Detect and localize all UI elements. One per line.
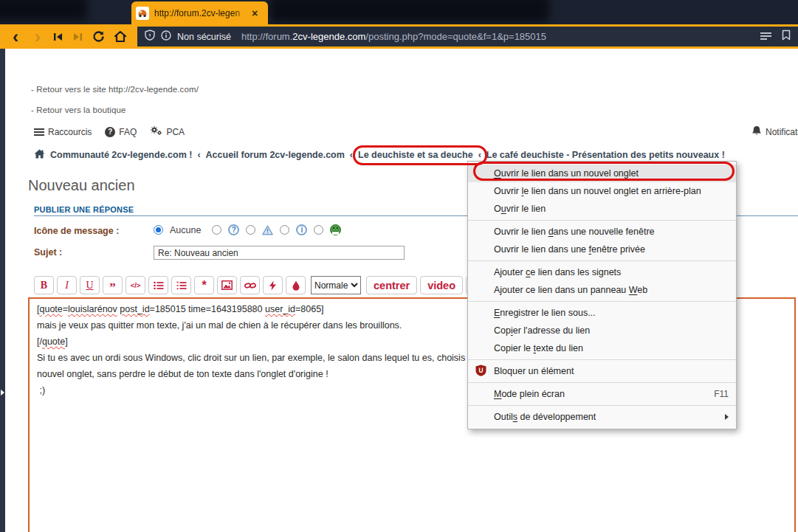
navigation-toolbar: ‹ › Non sécurisé http://forum.2cv-legend… bbox=[0, 24, 798, 49]
video-button[interactable]: video bbox=[420, 276, 463, 294]
menu-item-save-link-as[interactable]: Enregistrer le lien sous... bbox=[468, 304, 736, 322]
browser-window: http://forum.2cv-legen × ‹ › Non sécuris… bbox=[0, 0, 798, 532]
underline-button[interactable]: U bbox=[80, 276, 100, 294]
bold-button[interactable]: B bbox=[34, 276, 54, 294]
breadcrumb-separator: ‹ bbox=[350, 150, 353, 160]
breadcrumb-topic[interactable]: Le café deuchiste - Présentation des pet… bbox=[486, 150, 725, 160]
bell-icon bbox=[751, 125, 762, 139]
ordered-list-button[interactable] bbox=[171, 276, 191, 294]
shortcut-label: F11 bbox=[714, 389, 729, 399]
notifications-link[interactable]: Notifications bbox=[751, 125, 798, 139]
link-button[interactable] bbox=[240, 276, 260, 294]
url-text[interactable]: http://forum.2cv-legende.com/posting.php… bbox=[241, 31, 753, 42]
warning-triangle-icon bbox=[262, 224, 273, 235]
menu-item-block-element[interactable]: Bloquer un élément bbox=[468, 362, 736, 380]
post-reply-heading: PUBLIER UNE RÉPONSE bbox=[34, 205, 134, 214]
tab-close-icon[interactable]: × bbox=[252, 7, 258, 19]
context-menu: Ouvrir le lien dans un nouvel onglet Ouv… bbox=[467, 161, 737, 429]
question-circle-icon: ? bbox=[105, 127, 115, 137]
code-button[interactable]: </> bbox=[125, 276, 145, 294]
gears-icon bbox=[150, 125, 162, 138]
tab-favicon-2cv-car-icon bbox=[136, 7, 149, 20]
menu-separator bbox=[468, 359, 736, 360]
blurred-region bbox=[270, 0, 549, 22]
tab-strip: http://forum.2cv-legen × bbox=[0, 0, 798, 24]
question-icon: ? bbox=[228, 224, 239, 235]
page-title: Nouveau ancien bbox=[28, 177, 135, 194]
home-breadcrumb-icon[interactable] bbox=[34, 149, 45, 161]
site-info-icon[interactable] bbox=[161, 30, 171, 44]
breadcrumb-community[interactable]: Communauté 2cv-legende.com ! bbox=[50, 150, 192, 160]
menu-separator bbox=[468, 382, 736, 383]
menu-item-open-link-private-window[interactable]: Ouvrir le lien dans une fenêtre privée bbox=[468, 241, 736, 258]
bookmark-icon[interactable] bbox=[782, 30, 791, 44]
italic-button[interactable]: I bbox=[57, 276, 77, 294]
message-icon-options: Aucune ? i bbox=[154, 224, 341, 235]
menu-item-add-link-web-panel[interactable]: Ajouter ce lien dans un panneau Web bbox=[468, 281, 736, 299]
breadcrumb-separator: ‹ bbox=[197, 150, 200, 160]
menu-item-open-link-new-tab[interactable]: Ouvrir le lien dans un nouvel onglet bbox=[468, 165, 736, 182]
hamburger-icon bbox=[34, 128, 44, 136]
menu-item-open-link-new-window[interactable]: Ouvrir le lien dans une nouvelle fenêtre bbox=[468, 223, 736, 241]
radio-icon-grin[interactable] bbox=[314, 225, 323, 235]
blurred-region bbox=[0, 0, 87, 21]
breadcrumb: Communauté 2cv-legende.com ! ‹ Accueil f… bbox=[34, 149, 725, 161]
home-icon[interactable] bbox=[109, 30, 131, 43]
back-to-shop-link[interactable]: - Retour vers la boutique bbox=[31, 106, 125, 114]
quote-button[interactable]: ” bbox=[103, 276, 123, 294]
tab-title: http://forum.2cv-legen bbox=[154, 8, 250, 18]
menu-separator bbox=[468, 220, 736, 221]
icon-none-label: Aucune bbox=[170, 225, 201, 235]
menu-item-bookmark-link[interactable]: Ajouter ce lien dans les signets bbox=[468, 263, 736, 281]
forward-button[interactable]: › bbox=[27, 28, 49, 46]
fast-forward-icon[interactable] bbox=[68, 32, 87, 41]
back-button[interactable]: ‹ bbox=[4, 28, 27, 46]
center-button[interactable]: centrer bbox=[366, 276, 417, 294]
radio-icon-question[interactable] bbox=[212, 225, 221, 235]
breadcrumb-forum-link[interactable]: Le deuchiste et sa deuche bbox=[358, 150, 473, 160]
faq-link[interactable]: ? FAQ bbox=[105, 127, 137, 137]
color-drop-button[interactable] bbox=[286, 276, 306, 294]
panel-toggle-arrow-icon[interactable] bbox=[1, 390, 4, 395]
menu-separator bbox=[468, 301, 736, 302]
radio-icon-warning[interactable] bbox=[246, 225, 255, 235]
breadcrumb-separator: ‹ bbox=[478, 150, 481, 160]
menu-item-fullscreen[interactable]: Mode plein écranF11 bbox=[468, 385, 736, 403]
security-label: Non sécurisé bbox=[177, 32, 231, 42]
reload-icon[interactable] bbox=[87, 30, 109, 43]
radio-icon-none[interactable] bbox=[154, 225, 163, 235]
menu-item-developer-tools[interactable]: Outils de développement bbox=[468, 408, 736, 426]
bullet-list-button[interactable] bbox=[148, 276, 168, 294]
pca-link[interactable]: PCA bbox=[150, 125, 185, 138]
message-icon-label: Icône de message : bbox=[34, 226, 119, 236]
info-icon: i bbox=[296, 224, 307, 235]
submenu-arrow-icon bbox=[725, 414, 729, 420]
list-item-button[interactable]: * bbox=[194, 276, 214, 294]
font-size-select[interactable]: Normale bbox=[311, 276, 361, 294]
menu-separator bbox=[468, 405, 736, 406]
subject-input[interactable] bbox=[154, 246, 405, 260]
image-button[interactable] bbox=[217, 276, 237, 294]
breadcrumb-forum-root[interactable]: Accueil forum 2cv-legende.com bbox=[206, 150, 345, 160]
reader-mode-icon[interactable] bbox=[760, 30, 771, 44]
ublock-origin-icon bbox=[475, 365, 486, 379]
flash-button[interactable] bbox=[263, 276, 283, 294]
back-to-site-link[interactable]: - Retour vers le site http://2cv-legende… bbox=[31, 85, 199, 94]
bbcode-toolbar: B I U ” </> * Nor bbox=[34, 276, 522, 294]
radio-icon-info[interactable] bbox=[280, 225, 289, 235]
side-panel-strip[interactable] bbox=[0, 49, 5, 532]
page-content: - Retour vers le site http://2cv-legende… bbox=[0, 49, 798, 532]
menu-item-open-link[interactable]: Ouvrir le lien bbox=[468, 200, 736, 218]
subject-label: Sujet : bbox=[34, 247, 62, 258]
tracker-shield-icon[interactable] bbox=[145, 30, 155, 44]
grin-smiley-icon bbox=[330, 224, 341, 235]
shortcuts-menu[interactable]: Raccourcis bbox=[34, 127, 92, 137]
menu-separator bbox=[468, 260, 736, 261]
address-bar[interactable]: Non sécurisé http://forum.2cv-legende.co… bbox=[137, 27, 798, 46]
menu-item-copy-link-text[interactable]: Copier le texte du lien bbox=[468, 339, 736, 357]
browser-tab[interactable]: http://forum.2cv-legen × bbox=[131, 1, 268, 24]
menu-item-open-link-new-tab-background[interactable]: Ouvrir le lien dans un nouvel onglet en … bbox=[468, 182, 736, 200]
rewind-icon[interactable] bbox=[49, 32, 68, 41]
menu-item-copy-link-address[interactable]: Copier l'adresse du lien bbox=[468, 322, 736, 339]
quick-links-bar: Raccourcis ? FAQ PCA bbox=[34, 125, 185, 138]
